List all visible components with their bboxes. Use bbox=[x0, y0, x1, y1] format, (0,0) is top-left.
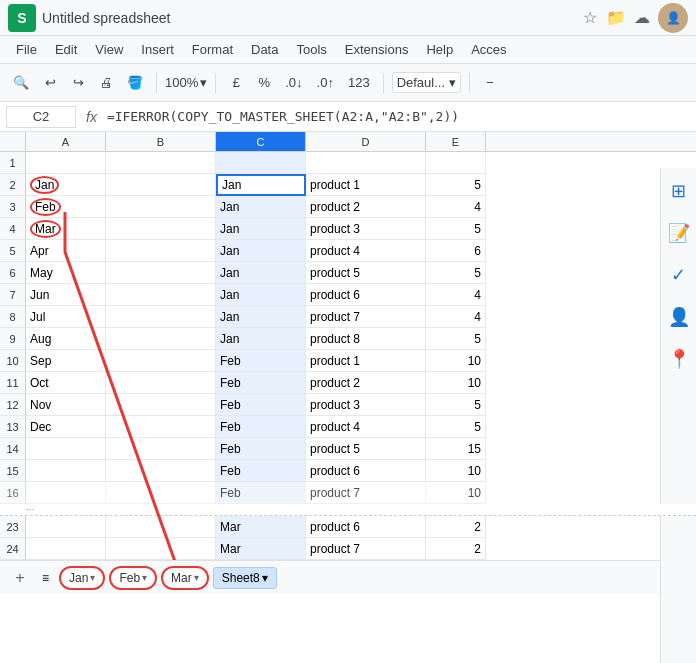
cell-e24[interactable]: 2 bbox=[426, 538, 486, 560]
cell-b14[interactable] bbox=[106, 438, 216, 460]
percent-btn[interactable]: % bbox=[252, 73, 276, 92]
cell-c16[interactable]: Feb bbox=[216, 482, 306, 504]
cell-b12[interactable] bbox=[106, 394, 216, 416]
cell-e6[interactable]: 5 bbox=[426, 262, 486, 284]
cell-e5[interactable]: 6 bbox=[426, 240, 486, 262]
tab-sheet8-dropdown[interactable]: ▾ bbox=[262, 571, 268, 585]
menu-format[interactable]: Format bbox=[184, 40, 241, 59]
cell-e4[interactable]: 5 bbox=[426, 218, 486, 240]
col-header-d[interactable]: D bbox=[306, 132, 426, 151]
cell-c24[interactable]: Mar bbox=[216, 538, 306, 560]
star-icon[interactable]: ☆ bbox=[580, 8, 600, 28]
cell-c5[interactable]: Jan bbox=[216, 240, 306, 262]
cell-c6[interactable]: Jan bbox=[216, 262, 306, 284]
font-dropdown-icon[interactable]: ▾ bbox=[449, 75, 456, 90]
cell-c10[interactable]: Feb bbox=[216, 350, 306, 372]
cell-b8[interactable] bbox=[106, 306, 216, 328]
decimal-dec-btn[interactable]: .0↓ bbox=[280, 73, 307, 92]
menu-insert[interactable]: Insert bbox=[133, 40, 182, 59]
redo-btn[interactable]: ↪ bbox=[66, 73, 90, 92]
folder-icon[interactable]: 📁 bbox=[606, 8, 626, 28]
cell-a23[interactable] bbox=[26, 516, 106, 538]
menu-file[interactable]: File bbox=[8, 40, 45, 59]
cell-b7[interactable] bbox=[106, 284, 216, 306]
cell-b23[interactable] bbox=[106, 516, 216, 538]
cell-d4[interactable]: product 3 bbox=[306, 218, 426, 240]
hamburger-menu-button[interactable]: ≡ bbox=[36, 568, 55, 588]
zoom-control[interactable]: 100% ▾ bbox=[165, 75, 207, 90]
cell-b2[interactable] bbox=[106, 174, 216, 196]
tab-feb-dropdown[interactable]: ▾ bbox=[142, 572, 147, 583]
cell-a8[interactable]: Jul bbox=[26, 306, 106, 328]
cell-c8[interactable]: Jan bbox=[216, 306, 306, 328]
cell-b13[interactable] bbox=[106, 416, 216, 438]
cell-c23[interactable]: Mar bbox=[216, 516, 306, 538]
tab-jan-dropdown[interactable]: ▾ bbox=[90, 572, 95, 583]
tab-mar[interactable]: Mar ▾ bbox=[161, 566, 209, 590]
cell-a15[interactable] bbox=[26, 460, 106, 482]
cloud-icon[interactable]: ☁ bbox=[632, 8, 652, 28]
cell-d16[interactable]: product 7 bbox=[306, 482, 426, 504]
cell-b15[interactable] bbox=[106, 460, 216, 482]
cell-d3[interactable]: product 2 bbox=[306, 196, 426, 218]
cell-d8[interactable]: product 7 bbox=[306, 306, 426, 328]
format-paint-btn[interactable]: 🪣 bbox=[122, 73, 148, 92]
cell-a5[interactable]: Apr bbox=[26, 240, 106, 262]
col-header-c[interactable]: C bbox=[216, 132, 306, 151]
cell-b9[interactable] bbox=[106, 328, 216, 350]
cell-d24[interactable]: product 7 bbox=[306, 538, 426, 560]
cell-c4[interactable]: Jan bbox=[216, 218, 306, 240]
menu-acces[interactable]: Acces bbox=[463, 40, 514, 59]
tab-sheet8[interactable]: Sheet8 ▾ bbox=[213, 567, 277, 589]
cell-e9[interactable]: 5 bbox=[426, 328, 486, 350]
cell-b10[interactable] bbox=[106, 350, 216, 372]
menu-help[interactable]: Help bbox=[418, 40, 461, 59]
zoom-dropdown-icon[interactable]: ▾ bbox=[200, 75, 207, 90]
cell-c2[interactable]: Jan bbox=[216, 174, 306, 196]
cell-e14[interactable]: 15 bbox=[426, 438, 486, 460]
tab-mar-dropdown[interactable]: ▾ bbox=[194, 572, 199, 583]
cell-b3[interactable] bbox=[106, 196, 216, 218]
cell-a6[interactable]: May bbox=[26, 262, 106, 284]
cell-a7[interactable]: Jun bbox=[26, 284, 106, 306]
cell-b16[interactable] bbox=[106, 482, 216, 504]
cell-d6[interactable]: product 5 bbox=[306, 262, 426, 284]
search-btn[interactable]: 🔍 bbox=[8, 73, 34, 92]
minus-btn[interactable]: − bbox=[478, 73, 502, 92]
cell-a12[interactable]: Nov bbox=[26, 394, 106, 416]
user-avatar[interactable]: 👤 bbox=[658, 3, 688, 33]
cell-b4[interactable] bbox=[106, 218, 216, 240]
cell-a2[interactable]: Jan bbox=[26, 174, 106, 196]
cell-d15[interactable]: product 6 bbox=[306, 460, 426, 482]
cell-a3[interactable]: Feb bbox=[26, 196, 106, 218]
cell-e16[interactable]: 10 bbox=[426, 482, 486, 504]
menu-edit[interactable]: Edit bbox=[47, 40, 85, 59]
cell-d11[interactable]: product 2 bbox=[306, 372, 426, 394]
cell-e13[interactable]: 5 bbox=[426, 416, 486, 438]
cell-a16[interactable] bbox=[26, 482, 106, 504]
cell-c12[interactable]: Feb bbox=[216, 394, 306, 416]
col-header-a[interactable]: A bbox=[26, 132, 106, 151]
undo-btn[interactable]: ↩ bbox=[38, 73, 62, 92]
col-header-e[interactable]: E bbox=[426, 132, 486, 151]
cell-e23[interactable]: 2 bbox=[426, 516, 486, 538]
cell-a10[interactable]: Sep bbox=[26, 350, 106, 372]
cell-b5[interactable] bbox=[106, 240, 216, 262]
cell-b6[interactable] bbox=[106, 262, 216, 284]
cell-e1[interactable] bbox=[426, 152, 486, 174]
cell-e12[interactable]: 5 bbox=[426, 394, 486, 416]
cell-d7[interactable]: product 6 bbox=[306, 284, 426, 306]
cell-e2[interactable]: 5 bbox=[426, 174, 486, 196]
cell-a11[interactable]: Oct bbox=[26, 372, 106, 394]
tab-feb[interactable]: Feb ▾ bbox=[109, 566, 157, 590]
cell-e15[interactable]: 10 bbox=[426, 460, 486, 482]
cell-d13[interactable]: product 4 bbox=[306, 416, 426, 438]
cell-b11[interactable] bbox=[106, 372, 216, 394]
cell-d1[interactable] bbox=[306, 152, 426, 174]
menu-data[interactable]: Data bbox=[243, 40, 286, 59]
cell-c13[interactable]: Feb bbox=[216, 416, 306, 438]
cell-c1[interactable] bbox=[216, 152, 306, 174]
cell-d10[interactable]: product 1 bbox=[306, 350, 426, 372]
cell-e11[interactable]: 10 bbox=[426, 372, 486, 394]
cell-reference-input[interactable]: C2 bbox=[6, 106, 76, 128]
